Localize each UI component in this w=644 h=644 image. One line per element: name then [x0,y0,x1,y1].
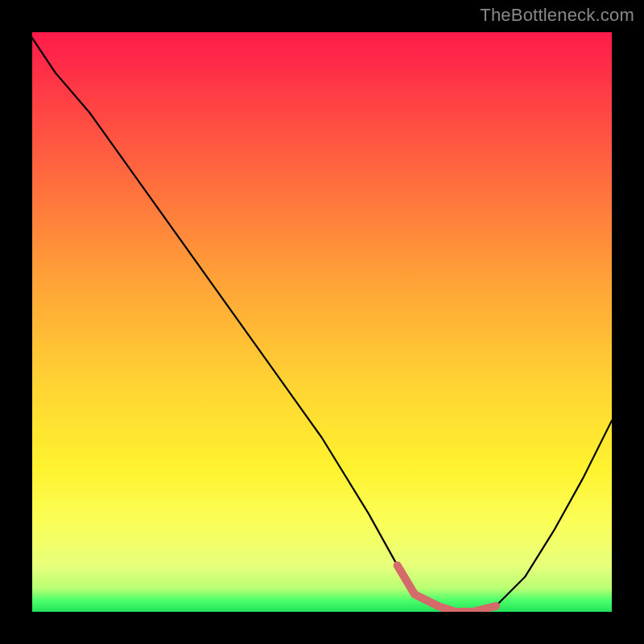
chart-frame: TheBottleneck.com [0,0,644,644]
chart-plot-area [32,32,612,612]
chart-svg [32,32,612,612]
bottleneck-line [32,38,612,612]
optimal-range-line [398,565,496,612]
watermark-text: TheBottleneck.com [480,5,634,26]
